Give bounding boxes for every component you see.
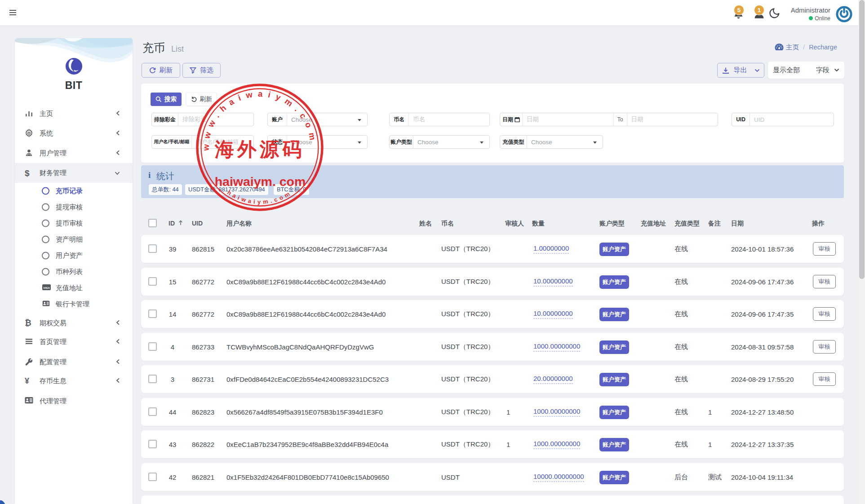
svg-text:VISA: VISA bbox=[43, 286, 50, 289]
